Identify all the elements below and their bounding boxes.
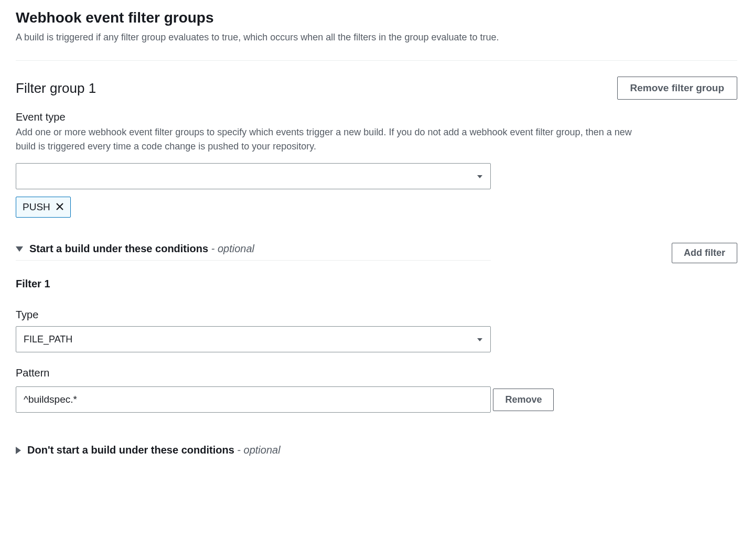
event-tag-push[interactable]: PUSH bbox=[16, 197, 71, 218]
divider bbox=[16, 60, 737, 61]
filter-pattern-input[interactable] bbox=[16, 386, 491, 413]
section-description: A build is triggered if any filter group… bbox=[16, 30, 737, 45]
filter-type-select[interactable]: FILE_PATH bbox=[16, 326, 491, 352]
filter-group-title: Filter group 1 bbox=[16, 80, 96, 96]
start-conditions-title: Start a build under these conditions - o… bbox=[29, 243, 254, 255]
filter-heading: Filter 1 bbox=[16, 278, 737, 290]
section-title: Webhook event filter groups bbox=[16, 0, 737, 26]
event-type-select[interactable] bbox=[16, 163, 491, 189]
caret-down-icon bbox=[477, 335, 483, 343]
close-icon[interactable] bbox=[56, 201, 64, 213]
filter-type-select-value: FILE_PATH bbox=[24, 334, 477, 345]
start-conditions-optional: - optional bbox=[211, 243, 254, 254]
dont-start-conditions-optional: - optional bbox=[237, 444, 280, 456]
event-type-label: Event type bbox=[16, 111, 737, 123]
expand-right-icon bbox=[16, 447, 21, 454]
event-tag-label: PUSH bbox=[23, 201, 50, 213]
remove-filter-group-button[interactable]: Remove filter group bbox=[617, 77, 737, 100]
caret-down-icon bbox=[477, 172, 483, 180]
dont-start-conditions-title-text: Don't start a build under these conditio… bbox=[27, 444, 234, 456]
filter-pattern-label: Pattern bbox=[16, 367, 737, 379]
event-type-help: Add one or more webhook event filter gro… bbox=[16, 125, 645, 154]
start-conditions-toggle[interactable]: Start a build under these conditions - o… bbox=[16, 243, 491, 261]
dont-start-conditions-title: Don't start a build under these conditio… bbox=[27, 444, 281, 456]
expand-down-icon bbox=[16, 246, 23, 252]
filter-group-header: Filter group 1 Remove filter group bbox=[16, 77, 737, 100]
filter-type-label: Type bbox=[16, 309, 737, 321]
add-filter-button[interactable]: Add filter bbox=[672, 243, 737, 263]
start-conditions-row: Start a build under these conditions - o… bbox=[16, 243, 737, 263]
start-conditions-title-text: Start a build under these conditions bbox=[29, 243, 208, 254]
dont-start-conditions-toggle[interactable]: Don't start a build under these conditio… bbox=[16, 444, 737, 456]
remove-filter-button[interactable]: Remove bbox=[493, 389, 554, 411]
